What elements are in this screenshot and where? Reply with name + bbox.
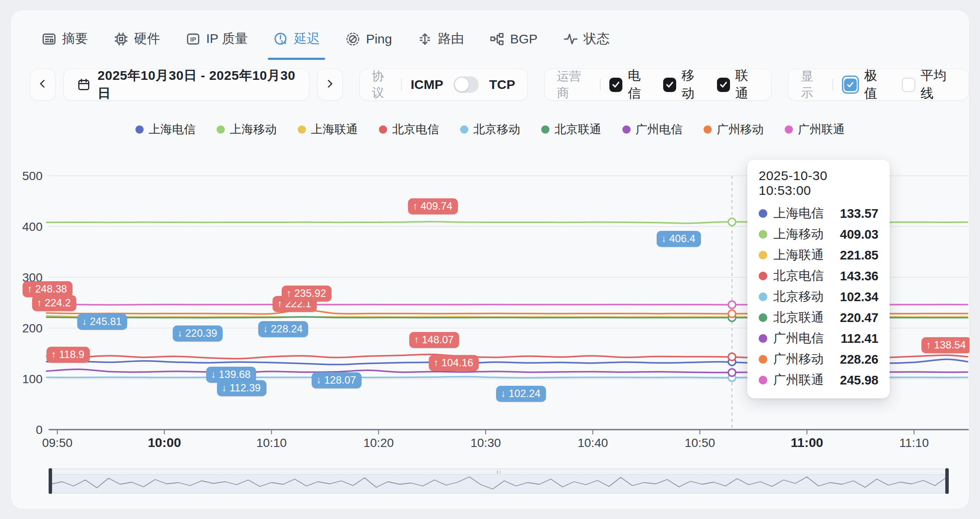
tooltip-row: 北京联通220.47 bbox=[759, 307, 878, 328]
y-axis-label: 100 bbox=[22, 372, 43, 386]
datazoom-wave bbox=[50, 475, 947, 494]
crosshair-marker bbox=[728, 218, 736, 226]
badge-value: 138.54 bbox=[934, 339, 966, 351]
tooltip-row: 广州移动228.26 bbox=[759, 349, 878, 370]
tooltip-series-dot-icon bbox=[759, 313, 767, 322]
arrow-down-icon: ↓ bbox=[82, 316, 87, 327]
x-axis-label: 10:20 bbox=[363, 436, 394, 450]
arrow-up-icon: ↑ bbox=[37, 297, 42, 309]
crosshair-marker bbox=[728, 369, 736, 376]
badge-value: 406.4 bbox=[669, 233, 695, 245]
chart-overlay: 500400300200100009:5010:0010:1010:2010:3… bbox=[0, 0, 970, 519]
min-value-badge: ↓406.4 bbox=[657, 231, 701, 247]
arrow-down-icon: ↓ bbox=[501, 388, 506, 399]
tooltip-series-value: 220.47 bbox=[840, 311, 878, 325]
x-axis-label: 10:50 bbox=[684, 436, 715, 450]
tooltip-row: 北京移动102.34 bbox=[759, 286, 878, 307]
tooltip-series-value: 102.34 bbox=[840, 290, 878, 304]
x-axis-label: 10:30 bbox=[470, 436, 501, 450]
tooltip-series-name: 上海移动 bbox=[773, 226, 824, 243]
chart-tooltip: 2025-10-30 10:53:00 上海电信133.57上海移动409.03… bbox=[747, 160, 890, 398]
tooltip-row: 广州联通245.98 bbox=[759, 370, 878, 391]
badge-value: 228.24 bbox=[271, 323, 303, 335]
crosshair-marker bbox=[728, 310, 736, 317]
x-axis-label: 11:10 bbox=[899, 436, 929, 450]
max-value-badge: ↑148.07 bbox=[409, 332, 459, 348]
tooltip-series-name: 广州移动 bbox=[773, 351, 824, 368]
arrow-up-icon: ↑ bbox=[413, 200, 418, 212]
badge-value: 235.92 bbox=[294, 287, 326, 299]
badge-value: 112.39 bbox=[230, 382, 261, 394]
badge-value: 102.24 bbox=[509, 388, 540, 400]
x-axis-label: 10:40 bbox=[578, 436, 608, 450]
tooltip-series-name: 广州联通 bbox=[773, 371, 824, 389]
tooltip-series-dot-icon bbox=[759, 376, 767, 384]
tooltip-series-value: 409.03 bbox=[840, 227, 878, 242]
tooltip-series-name: 北京电信 bbox=[773, 267, 824, 285]
tooltip-series-dot-icon bbox=[759, 209, 767, 218]
arrow-up-icon: ↑ bbox=[286, 288, 291, 299]
badge-value: 409.74 bbox=[421, 200, 452, 212]
tooltip-series-value: 112.41 bbox=[841, 332, 878, 346]
tooltip-series-dot-icon bbox=[759, 292, 767, 301]
badge-value: 245.81 bbox=[90, 315, 122, 328]
tooltip-series-name: 上海联通 bbox=[773, 246, 824, 264]
tooltip-series-name: 北京联通 bbox=[773, 309, 824, 326]
badge-value: 224.2 bbox=[45, 297, 71, 309]
tooltip-series-name: 上海电信 bbox=[773, 205, 824, 222]
tooltip-rows: 上海电信133.57上海移动409.03上海联通221.85北京电信143.36… bbox=[759, 203, 878, 391]
tooltip-series-dot-icon bbox=[759, 355, 767, 364]
max-value-badge: ↑235.92 bbox=[282, 286, 332, 302]
x-axis-label: 09:50 bbox=[42, 436, 72, 450]
min-value-badge: ↓245.81 bbox=[77, 314, 127, 330]
y-axis-label: 0 bbox=[36, 423, 43, 437]
arrow-down-icon: ↓ bbox=[263, 323, 268, 335]
tooltip-row: 广州电信112.41 bbox=[759, 328, 878, 349]
max-value-badge: ↑409.74 bbox=[408, 198, 458, 214]
y-axis-label: 400 bbox=[22, 220, 43, 233]
arrow-up-icon: ↑ bbox=[51, 349, 56, 360]
tooltip-series-value: 143.36 bbox=[840, 269, 878, 283]
x-axis-label: 10:10 bbox=[256, 436, 286, 450]
tooltip-series-dot-icon bbox=[759, 230, 767, 239]
crosshair-marker bbox=[728, 301, 736, 309]
tooltip-row: 北京电信143.36 bbox=[759, 266, 878, 286]
arrow-down-icon: ↓ bbox=[211, 369, 216, 380]
badge-value: 128.07 bbox=[324, 374, 356, 386]
datazoom-drag-bar[interactable] bbox=[50, 469, 947, 475]
arrow-up-icon: ↑ bbox=[414, 334, 419, 345]
tooltip-series-name: 北京移动 bbox=[773, 288, 824, 305]
tooltip-series-dot-icon bbox=[759, 334, 767, 343]
min-value-badge: ↓228.24 bbox=[258, 321, 308, 337]
tooltip-row: 上海电信133.57 bbox=[759, 203, 878, 224]
max-value-badge: ↑224.2 bbox=[32, 295, 76, 311]
y-axis-label: 500 bbox=[22, 169, 43, 183]
min-value-badge: ↓220.39 bbox=[173, 325, 223, 342]
arrow-down-icon: ↓ bbox=[178, 328, 182, 339]
tooltip-row: 上海联通221.85 bbox=[759, 245, 878, 266]
min-value-badge: ↓102.24 bbox=[496, 386, 546, 402]
arrow-up-icon: ↑ bbox=[27, 283, 32, 295]
tooltip-row: 上海移动409.03 bbox=[759, 224, 878, 245]
arrow-down-icon: ↓ bbox=[316, 374, 321, 386]
y-axis-label: 200 bbox=[22, 322, 43, 335]
min-value-badge: ↓112.39 bbox=[217, 380, 266, 396]
tooltip-series-dot-icon bbox=[759, 251, 767, 260]
tooltip-series-value: 245.98 bbox=[840, 373, 878, 388]
arrow-up-icon: ↑ bbox=[434, 357, 438, 368]
datazoom-right-handle[interactable] bbox=[945, 468, 949, 494]
tooltip-series-name: 广州电信 bbox=[773, 330, 824, 347]
x-axis-label: 10:00 bbox=[148, 435, 181, 450]
tooltip-series-value: 133.57 bbox=[840, 207, 878, 221]
arrow-up-icon: ↑ bbox=[277, 298, 282, 309]
datazoom-left-handle[interactable] bbox=[49, 468, 52, 494]
crosshair-marker bbox=[728, 353, 736, 361]
tooltip-series-dot-icon bbox=[759, 272, 767, 280]
max-value-badge: ↑138.54 bbox=[921, 337, 970, 353]
datazoom-minimap[interactable] bbox=[50, 469, 947, 493]
badge-value: 148.07 bbox=[422, 334, 454, 346]
min-value-badge: ↓128.07 bbox=[312, 372, 362, 388]
tooltip-series-value: 221.85 bbox=[840, 248, 878, 263]
datazoom-grip-icon bbox=[497, 470, 501, 474]
arrow-down-icon: ↓ bbox=[661, 233, 666, 244]
